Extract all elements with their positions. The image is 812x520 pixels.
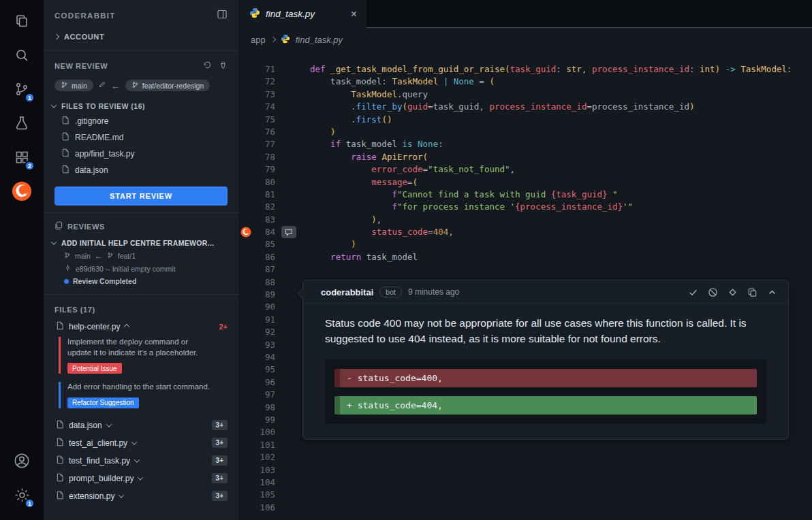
- gutter-decoration: [238, 439, 253, 451]
- search-button[interactable]: [0, 39, 44, 74]
- comment-count-badge: 3+: [212, 473, 228, 483]
- file-icon: [56, 438, 64, 449]
- gutter-glyph: [275, 502, 301, 514]
- close-icon[interactable]: ×: [351, 9, 357, 20]
- comment-bubble-icon[interactable]: [281, 226, 296, 238]
- copy-icon[interactable]: [747, 287, 758, 297]
- split-panel-icon[interactable]: [217, 9, 228, 22]
- line-number: 71: [253, 63, 275, 76]
- chevron-down-icon: [138, 474, 143, 480]
- line-number: 78: [253, 151, 275, 163]
- file-row-expanded[interactable]: help-center.py 2+: [44, 318, 238, 336]
- comment-count-badge: 3+: [212, 491, 228, 501]
- gutter-decoration: [238, 189, 253, 201]
- code-text: task_model: TaskModel | None = (: [301, 76, 495, 88]
- settings-button[interactable]: 1: [0, 479, 44, 513]
- plug-icon[interactable]: [219, 61, 228, 71]
- gutter-glyph: [275, 76, 301, 88]
- code-text: ): [301, 126, 336, 138]
- explorer-button[interactable]: [0, 5, 44, 39]
- file-row[interactable]: data.json3+: [44, 417, 238, 434]
- gutter-decoration: [238, 163, 253, 176]
- line-number: 97: [253, 389, 275, 401]
- gutter-decoration: [238, 63, 253, 76]
- review-status-text: Review Completed: [73, 277, 136, 285]
- code-line: 73 TaskModel.query: [238, 88, 812, 101]
- file-row[interactable]: extension.py3+: [44, 487, 238, 505]
- code-text: .filter_by(guid=task_guid, process_insta…: [301, 101, 694, 113]
- gutter-decoration: [238, 502, 253, 514]
- gutter-glyph: [275, 189, 301, 201]
- coderabbit-line-marker-icon[interactable]: [238, 226, 253, 238]
- code-text: [301, 439, 310, 451]
- line-number: 85: [253, 238, 275, 250]
- file-row[interactable]: prompt_builder.py3+: [44, 470, 238, 487]
- code-text: [301, 464, 310, 476]
- compare-branch-pill[interactable]: feat/editor-redesign: [125, 80, 210, 91]
- file-to-review-row[interactable]: data.json: [44, 162, 238, 178]
- gutter-glyph: [275, 126, 301, 138]
- code-text: f"Cannot find a task with guid {task_gui…: [301, 189, 618, 201]
- code-line: 81 f"Cannot find a task with guid {task_…: [238, 189, 812, 201]
- file-name: test_ai_client.py: [69, 438, 127, 448]
- base-branch-pill[interactable]: main: [54, 80, 93, 91]
- git-branch-icon: [107, 252, 114, 260]
- line-number: 98: [253, 402, 275, 414]
- file-icon: [61, 165, 69, 176]
- file-to-review-row[interactable]: .gitignore: [44, 113, 238, 129]
- file-comment-issue[interactable]: Implement the deploy command or update i…: [59, 337, 228, 374]
- extensions-button[interactable]: 2: [0, 142, 44, 176]
- chevron-right-icon: [270, 37, 275, 42]
- file-to-review-row[interactable]: app/find_task.py: [44, 146, 238, 162]
- review-item[interactable]: ADD INITIAL HELP CENTRE FRAMEWOR...: [44, 234, 238, 250]
- file-comment-refactor[interactable]: Add error handling to the start command.…: [59, 382, 228, 408]
- code-text: [301, 502, 310, 514]
- sidebar-header: CODERABBIT: [44, 0, 238, 27]
- start-review-button[interactable]: START REVIEW: [54, 186, 228, 206]
- file-icon: [56, 420, 64, 431]
- reviews-label: REVIEWS: [67, 223, 105, 231]
- testing-button[interactable]: [0, 108, 44, 142]
- file-icon: [56, 321, 64, 332]
- account-button[interactable]: [0, 445, 44, 479]
- tab-find-task[interactable]: find_task.py ×: [238, 0, 366, 28]
- gutter-decoration: [238, 289, 253, 301]
- line-number: 104: [253, 476, 275, 489]
- gutter-glyph: [275, 163, 301, 176]
- gutter-glyph: [275, 63, 301, 76]
- breadcrumb[interactable]: app find_task.py: [238, 28, 812, 51]
- file-row[interactable]: test_find_task.py3+: [44, 452, 238, 470]
- code-text: [301, 451, 310, 464]
- breadcrumb-file[interactable]: find_task.py: [296, 35, 343, 45]
- new-review-section: NEW REVIEW: [44, 54, 238, 76]
- compare-branch-name: feat/editor-redesign: [142, 82, 204, 90]
- file-to-review-row[interactable]: README.md: [44, 129, 238, 146]
- coderabbit-button[interactable]: [0, 176, 44, 210]
- chevron-down-icon: [119, 492, 124, 498]
- account-section-header[interactable]: ACCOUNT: [44, 27, 238, 48]
- file-name: data.json: [75, 165, 108, 175]
- source-control-button[interactable]: 1: [0, 74, 44, 108]
- comment-count-badge: 3+: [212, 420, 228, 430]
- review-commit-text: e89d630 -- Initial empty commit: [76, 265, 175, 273]
- gutter-decoration: [238, 176, 253, 189]
- breadcrumb-folder[interactable]: app: [251, 35, 266, 45]
- files-list: data.json3+test_ai_client.py3+test_find_…: [44, 417, 238, 505]
- block-icon[interactable]: [708, 287, 718, 297]
- code-line: 72 task_model: TaskModel | None = (: [238, 76, 812, 88]
- divider: [44, 294, 238, 295]
- history-icon[interactable]: [203, 61, 212, 71]
- gutter-decoration: [238, 326, 253, 338]
- line-number: 88: [253, 276, 275, 289]
- edit-branch-icon[interactable]: [98, 80, 106, 91]
- resolve-check-icon[interactable]: [688, 287, 698, 297]
- gutter-decoration: [238, 138, 253, 150]
- collapse-icon[interactable]: [767, 287, 777, 297]
- comment-tag: Potential Issue: [67, 363, 122, 374]
- search-icon: [14, 47, 30, 66]
- file-row[interactable]: test_ai_client.py3+: [44, 434, 238, 452]
- suggestion-icon[interactable]: [728, 287, 738, 297]
- gutter-glyph: [275, 464, 301, 476]
- files-to-review-header[interactable]: FILES TO REVIEW (16): [44, 97, 238, 113]
- code-text: return task_model: [301, 251, 418, 263]
